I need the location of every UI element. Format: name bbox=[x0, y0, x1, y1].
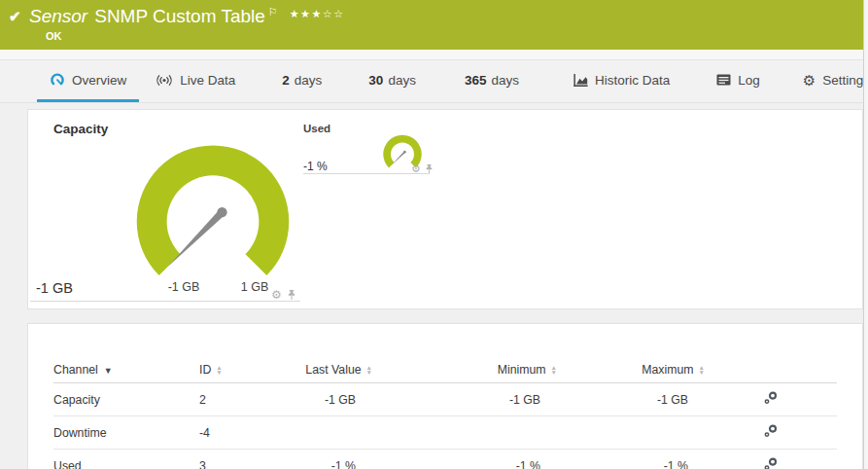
tab-label: days bbox=[295, 73, 323, 88]
overview-gauges-panel: Capacity -1 GB 1 GB -1 GB ⚙ Used -1 % ⚙ bbox=[27, 109, 863, 309]
tab-label: days bbox=[388, 73, 416, 88]
gear-icon: ⚙ bbox=[803, 73, 816, 88]
primary-gauge-value: -1 GB bbox=[36, 280, 73, 296]
minimum-cell: -1 GB bbox=[372, 383, 557, 416]
column-header-actions bbox=[705, 363, 837, 383]
scrollbar-track[interactable] bbox=[863, 0, 868, 469]
tab-label: Overview bbox=[72, 73, 126, 88]
tab-overview[interactable]: Overview bbox=[37, 60, 139, 102]
tab-number: 365 bbox=[465, 73, 487, 88]
table-header-row: Channel▼ ID▲▼ Last Value▲▼ Minimum▲▼ Max… bbox=[53, 363, 837, 383]
last-value-cell: -1 % bbox=[289, 450, 372, 469]
secondary-gauge-value: -1 % bbox=[303, 160, 328, 173]
sort-desc-icon: ▼ bbox=[104, 366, 113, 376]
channel-name-cell: Capacity bbox=[53, 383, 199, 416]
tab-number: 30 bbox=[368, 73, 383, 88]
tab-label: Live Data bbox=[180, 73, 235, 88]
column-header-last-value[interactable]: Last Value▲▼ bbox=[289, 363, 372, 383]
divider bbox=[30, 301, 300, 302]
gauge-needle bbox=[391, 151, 405, 165]
log-icon bbox=[716, 74, 731, 86]
channel-id-cell: 2 bbox=[199, 383, 289, 416]
page-title: SensorSNMP Custom Table⚐★★★☆☆ bbox=[29, 6, 345, 27]
gauge-needle bbox=[167, 209, 225, 267]
channel-name-cell: Downtime bbox=[53, 416, 199, 450]
channel-settings-icon[interactable] bbox=[764, 424, 778, 438]
tab-label: Historic Data bbox=[595, 73, 670, 88]
minimum-cell: -1 % bbox=[372, 450, 557, 469]
status-badge: OK bbox=[46, 30, 62, 42]
channel-settings-icon[interactable] bbox=[764, 391, 778, 405]
sensor-title-prefix: Sensor bbox=[29, 6, 87, 26]
column-header-minimum[interactable]: Minimum▲▼ bbox=[372, 363, 557, 383]
tab-historic-data[interactable]: Historic Data bbox=[561, 60, 682, 102]
primary-gauge-title: Capacity bbox=[53, 122, 108, 136]
sort-icon: ▲▼ bbox=[699, 365, 705, 375]
table-row[interactable]: Used 3 -1 % -1 % -1 % bbox=[53, 450, 837, 469]
maximum-cell: -1 GB bbox=[557, 383, 705, 416]
sort-icon: ▲▼ bbox=[551, 365, 557, 375]
gauge-scale-min: -1 GB bbox=[154, 280, 214, 294]
priority-stars[interactable]: ★★★☆☆ bbox=[290, 8, 345, 19]
channel-id-cell: 3 bbox=[199, 450, 289, 469]
sort-icon: ▲▼ bbox=[366, 365, 372, 375]
sensor-title: SNMP Custom Table bbox=[94, 6, 265, 26]
column-header-channel[interactable]: Channel▼ bbox=[53, 363, 199, 383]
header-divider bbox=[0, 50, 868, 60]
secondary-gauge-title: Used bbox=[303, 123, 330, 134]
sensor-status-header: ✔ SensorSNMP Custom Table⚐★★★☆☆ OK bbox=[0, 0, 868, 50]
gauge-icon bbox=[50, 72, 65, 88]
secondary-gauge-controls: ⚙ bbox=[411, 163, 434, 174]
tab-number: 2 bbox=[282, 73, 290, 88]
capacity-gauge bbox=[113, 135, 313, 296]
tab-bar: Overview Live Data 2 days 30 days 365 da… bbox=[0, 60, 868, 103]
tab-label: days bbox=[491, 73, 519, 88]
channel-settings-icon[interactable] bbox=[764, 457, 778, 469]
maximum-cell: -1 % bbox=[557, 450, 705, 469]
primary-gauge-controls: ⚙ bbox=[271, 289, 296, 301]
gauge-settings-gear-icon[interactable]: ⚙ bbox=[271, 289, 282, 301]
pin-icon[interactable] bbox=[287, 289, 296, 301]
tab-settings[interactable]: ⚙ Settings bbox=[790, 60, 868, 102]
column-header-id[interactable]: ID▲▼ bbox=[199, 363, 289, 383]
minimum-cell bbox=[372, 416, 557, 450]
tab-30-days[interactable]: 30 days bbox=[356, 60, 429, 102]
tab-log[interactable]: Log bbox=[704, 60, 773, 102]
flag-icon[interactable]: ⚐ bbox=[268, 6, 278, 18]
ok-check-icon: ✔ bbox=[9, 8, 21, 25]
tab-365-days[interactable]: 365 days bbox=[452, 60, 532, 102]
column-header-maximum[interactable]: Maximum▲▼ bbox=[557, 363, 705, 383]
last-value-cell bbox=[289, 416, 372, 450]
tab-label: Log bbox=[738, 73, 760, 88]
channel-table-panel: Channel▼ ID▲▼ Last Value▲▼ Minimum▲▼ Max… bbox=[27, 323, 863, 469]
tab-live-data[interactable]: Live Data bbox=[143, 60, 248, 102]
maximum-cell bbox=[557, 416, 705, 450]
tab-label: Settings bbox=[822, 73, 868, 88]
live-data-icon bbox=[156, 74, 173, 87]
historic-chart-icon bbox=[573, 74, 588, 87]
last-value-cell: -1 GB bbox=[289, 383, 372, 416]
sort-icon: ▲▼ bbox=[216, 365, 222, 375]
channel-table: Channel▼ ID▲▼ Last Value▲▼ Minimum▲▼ Max… bbox=[53, 363, 837, 469]
table-row[interactable]: Capacity 2 -1 GB -1 GB -1 GB bbox=[53, 383, 837, 416]
table-row[interactable]: Downtime -4 bbox=[53, 416, 837, 450]
pin-icon[interactable] bbox=[425, 163, 434, 174]
tab-2-days[interactable]: 2 days bbox=[269, 60, 334, 102]
prtg-sensor-page: ✔ SensorSNMP Custom Table⚐★★★☆☆ OK Overv… bbox=[0, 0, 868, 469]
channel-name-cell: Used bbox=[53, 450, 199, 469]
gauge-settings-gear-icon[interactable]: ⚙ bbox=[411, 163, 420, 174]
channel-id-cell: -4 bbox=[199, 416, 289, 450]
